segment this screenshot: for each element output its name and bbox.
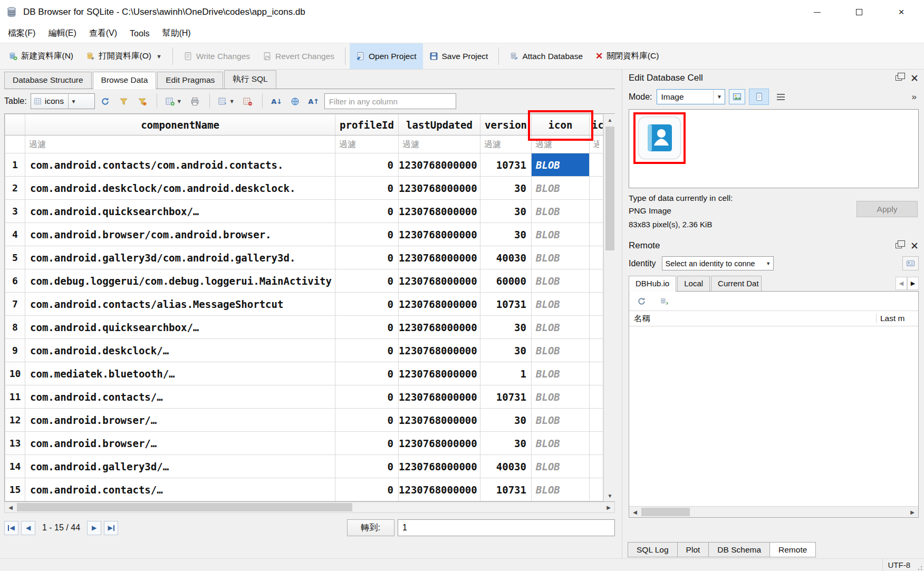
cell-extra[interactable] [590, 409, 603, 432]
cell-lastUpdated[interactable]: 1230768000000 [399, 385, 480, 409]
cell-profileId[interactable]: 0 [335, 200, 399, 223]
cell-lastUpdated[interactable]: 1230768000000 [399, 478, 480, 501]
horizontal-scroll-thumb[interactable] [17, 503, 352, 511]
cell-version[interactable]: 30 [480, 432, 532, 455]
open-database-button[interactable]: 打開資料庫(O) ▼ [80, 43, 168, 69]
remote-scroll-thumb[interactable] [641, 508, 690, 516]
cell-lastUpdated[interactable]: 1230768000000 [399, 409, 480, 432]
remote-tab-local[interactable]: Local [677, 276, 710, 291]
cell-componentName[interactable]: com.android.browser/… [25, 432, 335, 455]
cell-lastUpdated[interactable]: 1230768000000 [399, 339, 480, 362]
cell-icon[interactable]: BLOB [532, 223, 590, 246]
cell-componentName[interactable]: com.android.quicksearchbox/… [25, 200, 335, 223]
float-panel-icon[interactable] [896, 243, 902, 248]
column-header-lastUpdated[interactable]: lastUpdated [399, 114, 480, 136]
cell-lastUpdated[interactable]: 1230768000000 [399, 200, 480, 223]
cell-icon[interactable]: BLOB [532, 478, 590, 501]
cell-icon[interactable]: BLOB [532, 316, 590, 339]
cell-extra[interactable] [590, 223, 603, 246]
float-panel-icon[interactable] [896, 75, 902, 81]
cell-componentName[interactable]: com.android.contacts/… [25, 385, 335, 409]
sort-descending-button[interactable]: A↑ [306, 93, 322, 109]
cell-profileId[interactable]: 0 [335, 153, 399, 177]
filter-profileId[interactable] [335, 136, 399, 153]
encoding-button[interactable] [287, 93, 303, 109]
goto-input[interactable] [398, 519, 615, 536]
cell-version[interactable]: 30 [480, 339, 532, 362]
cell-extra[interactable] [590, 362, 603, 385]
scroll-up-icon[interactable]: ▲ [604, 114, 616, 125]
close-panel-icon[interactable]: ✕ [910, 73, 919, 83]
remote-tabs-scroll-right-button[interactable]: ▶ [907, 277, 919, 290]
cell-profileId[interactable]: 0 [335, 339, 399, 362]
cell-extra[interactable] [590, 153, 603, 177]
tab-edit-pragmas[interactable]: Edit Pragmas [157, 72, 223, 89]
cell-lastUpdated[interactable]: 1230768000000 [399, 293, 480, 316]
cell-version[interactable]: 10731 [480, 478, 532, 501]
cell-componentName[interactable]: com.android.gallery3d/com.android.galler… [25, 246, 335, 269]
cell-componentName[interactable]: com.android.contacts/com.android.contact… [25, 153, 335, 177]
cell-componentName[interactable]: com.android.deskclock/com.android.deskcl… [25, 177, 335, 200]
tab-execute-sql[interactable]: 執行 SQL [224, 70, 276, 89]
row-number[interactable]: 7 [5, 293, 25, 316]
scroll-left-icon[interactable]: ◀ [5, 502, 16, 512]
dock-tab-plot[interactable]: Plot [677, 542, 709, 557]
remote-scroll-right-icon[interactable]: ▶ [907, 507, 918, 517]
filter-version[interactable] [480, 136, 532, 153]
row-number[interactable]: 11 [5, 385, 25, 409]
cell-componentName[interactable]: com.android.contacts/… [25, 478, 335, 501]
menu-view[interactable]: 查看(V) [83, 25, 123, 42]
print-button[interactable] [187, 93, 203, 109]
remote-scroll-left-icon[interactable]: ◀ [629, 507, 641, 517]
horizontal-scrollbar[interactable]: ◀ ▶ [4, 502, 615, 513]
word-wrap-button[interactable] [773, 89, 789, 104]
import-data-button[interactable] [729, 89, 745, 104]
export-records-button[interactable]: ▼ [216, 93, 237, 109]
filter-input-profileId[interactable] [335, 136, 398, 153]
panel-overflow-button[interactable]: » [912, 92, 919, 102]
attach-database-button[interactable]: Attach Database [503, 43, 589, 69]
dock-tab-remote[interactable]: Remote [769, 542, 816, 557]
cell-extra[interactable] [590, 432, 603, 455]
cell-version[interactable]: 60000 [480, 269, 532, 293]
first-record-button[interactable]: ◀ [4, 521, 18, 535]
cell-version[interactable]: 30 [480, 316, 532, 339]
cell-extra[interactable] [590, 385, 603, 409]
column-header-icon[interactable]: icon [532, 114, 590, 136]
goto-button[interactable]: 轉到: [347, 519, 394, 536]
remote-tab-dbhub[interactable]: DBHub.io [629, 276, 676, 292]
cell-profileId[interactable]: 0 [335, 432, 399, 455]
row-number[interactable]: 6 [5, 269, 25, 293]
cell-extra[interactable] [590, 478, 603, 501]
row-number[interactable]: 3 [5, 200, 25, 223]
cell-lastUpdated[interactable]: 1230768000000 [399, 223, 480, 246]
cell-lastUpdated[interactable]: 1230768000000 [399, 177, 480, 200]
minimize-button[interactable] [809, 4, 825, 20]
menu-tools[interactable]: Tools [124, 26, 155, 42]
cell-icon[interactable]: BLOB [532, 200, 590, 223]
cell-version[interactable]: 10731 [480, 385, 532, 409]
cell-version[interactable]: 40030 [480, 455, 532, 478]
remote-list-body[interactable] [629, 326, 918, 506]
cell-version[interactable]: 40030 [480, 246, 532, 269]
open-database-caret-icon[interactable]: ▼ [156, 53, 162, 60]
cell-version[interactable]: 10731 [480, 293, 532, 316]
last-record-button[interactable]: ▶ [104, 521, 118, 535]
cell-profileId[interactable]: 0 [335, 316, 399, 339]
cell-icon[interactable]: BLOB [532, 455, 590, 478]
new-database-button[interactable]: 新建資料庫(N) [2, 43, 80, 69]
write-changes-button[interactable]: Write Changes [177, 43, 256, 69]
vertical-scroll-thumb[interactable] [605, 127, 614, 250]
cell-profileId[interactable]: 0 [335, 177, 399, 200]
view-mode-button[interactable] [749, 89, 769, 105]
tab-browse-data[interactable]: Browse Data [93, 72, 157, 89]
row-number[interactable]: 2 [5, 177, 25, 200]
cell-profileId[interactable]: 0 [335, 269, 399, 293]
cell-icon[interactable]: BLOB [532, 246, 590, 269]
cell-icon[interactable]: BLOB [532, 432, 590, 455]
cell-icon[interactable]: BLOB [532, 177, 590, 200]
vertical-scrollbar[interactable]: ▲ ▼ [603, 114, 616, 501]
remote-tabs-scroll-left-button[interactable]: ◀ [896, 277, 907, 290]
row-number[interactable]: 8 [5, 316, 25, 339]
cell-extra[interactable] [590, 246, 603, 269]
